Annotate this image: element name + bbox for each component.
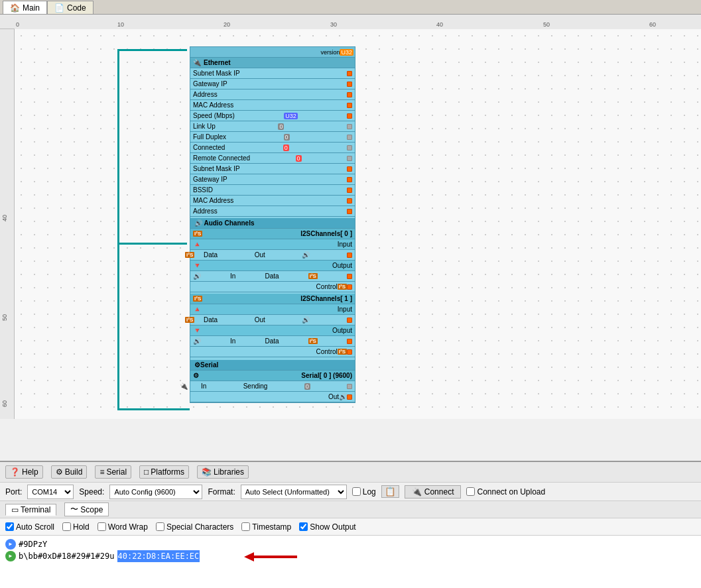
libraries-icon: 📚 <box>202 467 212 477</box>
timestamp-item[interactable]: Timestamp <box>241 522 291 532</box>
pin-address-2 <box>347 209 352 214</box>
help-button[interactable]: ❓ Help <box>5 465 43 479</box>
log-icon-btn[interactable]: 📋 <box>381 485 399 498</box>
in-label-1: In <box>230 337 235 345</box>
speed-select[interactable]: Auto Config (9600) <box>109 485 202 499</box>
special-chars-checkbox[interactable] <box>156 522 164 531</box>
i2s-badge-1: I²S <box>193 296 202 302</box>
pin-full-duplex <box>347 135 352 140</box>
data-label-0: Data <box>204 251 218 259</box>
timestamp-label: Timestamp <box>252 522 291 532</box>
input-label-0: Input <box>338 241 352 248</box>
remote-connected-label: Remote Connected <box>193 154 250 162</box>
show-output-item[interactable]: Show Output <box>299 522 355 532</box>
platforms-button[interactable]: □ Platforms <box>139 465 189 479</box>
pin-out-0 <box>347 253 352 258</box>
canvas-content: versionU32 🔌 Ethernet Subnet Mask IP Gat… <box>15 29 701 419</box>
format-select[interactable]: Auto Select (Unformatted) <box>241 485 347 499</box>
sending-badge: 0 <box>304 383 310 390</box>
full-duplex-label: Full Duplex <box>193 133 226 141</box>
serial-button[interactable]: ≡ Serial <box>95 465 131 479</box>
toolbar-row2: Port: COM14 Speed: Auto Config (9600) Fo… <box>0 482 701 500</box>
tab-code-label: Code <box>67 3 86 13</box>
input-icon-0: 🔺 <box>193 241 201 248</box>
term-icon-2: ▶ <box>5 551 16 561</box>
terminal-tab-icon: ▭ <box>11 505 19 514</box>
data-row-1: I²S Data Out 🔊 <box>190 315 355 325</box>
platforms-label: Platforms <box>151 467 184 477</box>
main-tab-icon: 🏠 <box>10 3 20 13</box>
port-select[interactable]: COM14 <box>27 485 74 499</box>
audio-channels-label: 🔊 Audio Channels <box>194 219 255 227</box>
connect-on-upload-checkbox[interactable] <box>466 487 475 496</box>
ruler-top: 0 10 20 30 40 50 60 <box>0 15 701 29</box>
auto-scroll-item[interactable]: Auto Scroll <box>5 522 54 532</box>
log-checkbox-label[interactable]: Log <box>352 487 376 497</box>
i2s-channels-0-header: I²S I2SChannels[ 0 ] <box>190 229 355 239</box>
pin-subnet-2 <box>347 166 352 172</box>
pin-mac-2 <box>347 198 352 204</box>
version-row: versionU32 <box>190 47 355 58</box>
gateway-label: Gateway IP <box>193 80 227 88</box>
log-label: Log <box>363 487 376 497</box>
component-block: versionU32 🔌 Ethernet Subnet Mask IP Gat… <box>190 46 355 403</box>
libraries-button[interactable]: 📚 Libraries <box>197 465 249 479</box>
tab-main[interactable]: 🏠 Main <box>3 1 47 14</box>
terminal-highlight: 40:22:D8:EA:EE:EC <box>117 550 200 562</box>
out-label-1: Out <box>255 316 265 323</box>
help-label: Help <box>22 467 38 477</box>
serial-out-row: Out 🔊 <box>190 392 355 402</box>
version-badge: U32 <box>340 49 353 56</box>
tab-code[interactable]: 📄 Code <box>47 1 94 14</box>
i2s-control-1: I²S <box>338 349 347 355</box>
row-mac-1: MAC Address <box>190 100 355 111</box>
mac-1-label: MAC Address <box>193 101 233 109</box>
row-link-up: Link Up 0 <box>190 121 355 132</box>
svg-marker-0 <box>244 552 297 561</box>
format-label-el: Format: <box>208 487 235 497</box>
connect-label: Connect <box>424 487 454 497</box>
terminal-tab-label: Terminal <box>21 505 50 514</box>
toolbar-row1: ❓ Help ⚙ Build ≡ Serial □ Platforms 📚 Li… <box>0 461 701 482</box>
row-address-2: Address <box>190 206 355 217</box>
gateway-ip-2-label: Gateway IP <box>193 176 227 183</box>
hold-label: Hold <box>73 522 90 532</box>
special-chars-item[interactable]: Special Characters <box>156 522 233 532</box>
row-bssid: BSSID <box>190 185 355 196</box>
scope-tab-label: Scope <box>80 505 103 514</box>
connect-on-upload-label[interactable]: Connect on Upload <box>466 487 545 497</box>
serial-in-row: 🔌 In Sending 0 <box>190 381 355 392</box>
word-wrap-item[interactable]: Word Wrap <box>97 522 148 532</box>
pin-remote-connected <box>347 156 352 161</box>
pin-subnet-1 <box>347 71 352 76</box>
row-address-1: Address <box>190 89 355 100</box>
tab-bar: 🏠 Main 📄 Code <box>0 0 701 15</box>
terminal-tab[interactable]: ▭ Terminal <box>5 504 56 516</box>
bottom-toolbar: ❓ Help ⚙ Build ≡ Serial □ Platforms 📚 Li… <box>0 461 701 588</box>
address-1-label: Address <box>193 91 218 98</box>
pin-address-1 <box>347 92 352 97</box>
hold-item[interactable]: Hold <box>62 522 90 532</box>
subnet-mask-2-label: Subnet Mask IP <box>193 165 240 172</box>
log-checkbox[interactable] <box>352 487 361 496</box>
connected-label: Connected <box>193 144 225 151</box>
hold-checkbox[interactable] <box>62 522 71 531</box>
word-wrap-label: Word Wrap <box>108 522 148 532</box>
auto-scroll-checkbox[interactable] <box>5 522 14 531</box>
timestamp-checkbox[interactable] <box>241 522 250 531</box>
scope-tab[interactable]: 〜 Scope <box>64 502 109 516</box>
serial-gear-icon: ⚙ <box>193 372 199 379</box>
row-gateway-ip-1: Gateway IP <box>190 79 355 89</box>
arrow-svg <box>244 550 297 563</box>
pin-data-1 <box>347 339 352 344</box>
word-wrap-checkbox[interactable] <box>97 522 106 531</box>
build-button[interactable]: ⚙ Build <box>51 465 88 479</box>
connect-button[interactable]: 🔌 Connect <box>405 485 462 499</box>
terminal-line-1: ▶ #9DPzY <box>5 538 696 550</box>
red-arrow <box>244 550 297 563</box>
show-output-checkbox[interactable] <box>299 522 308 531</box>
output-icon-1: 🔻 <box>193 327 201 334</box>
data-label-1: Data <box>204 316 218 323</box>
in-row-1: 🔊 In Data I²S <box>190 336 355 347</box>
speed-label: Speed (Mbps) <box>193 112 235 119</box>
